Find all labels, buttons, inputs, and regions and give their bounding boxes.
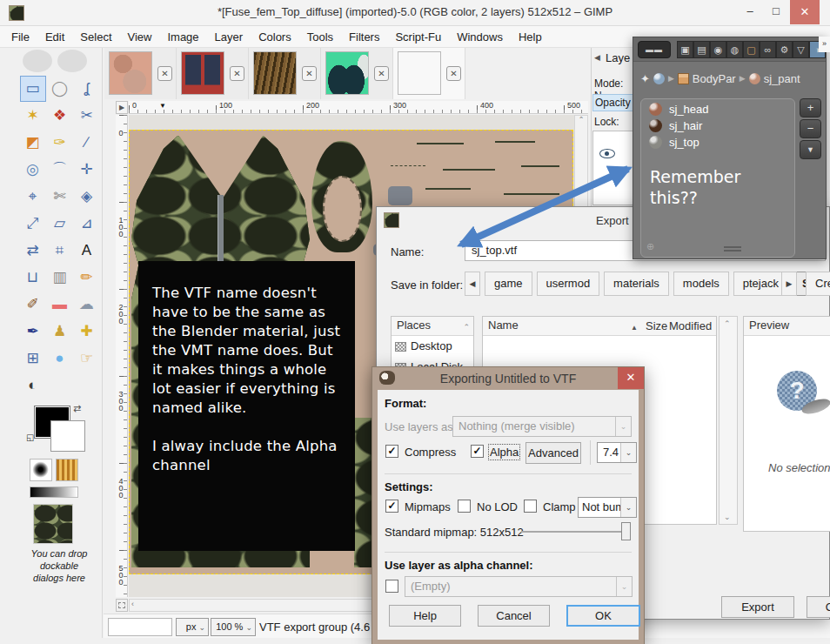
align-tool[interactable]: ⌖ xyxy=(20,184,46,210)
free-select-tool[interactable]: ʆ xyxy=(74,76,100,102)
folder-crumb-button[interactable]: materials xyxy=(604,272,669,296)
no-lod-checkbox[interactable] xyxy=(458,500,471,513)
folder-crumb-button[interactable]: models xyxy=(673,272,729,296)
render-layers-icon[interactable]: ▤ xyxy=(693,41,710,58)
slot-menu-button[interactable]: ▼ xyxy=(800,140,821,159)
clamp-checkbox[interactable] xyxy=(524,500,537,513)
menu-item[interactable]: Layer xyxy=(207,29,251,45)
menu-item[interactable]: Colors xyxy=(251,29,299,45)
eraser-tool[interactable]: ▬ xyxy=(47,292,73,318)
zoom-tool[interactable]: ◎ xyxy=(20,157,46,183)
maximize-button[interactable]: □ xyxy=(764,2,788,23)
scroll-up-icon[interactable]: ⌃ xyxy=(724,319,731,328)
path-pager-right-button[interactable]: ▶ xyxy=(781,272,797,296)
compress-label[interactable]: Compress xyxy=(405,446,456,459)
tab-close-icon[interactable]: ✕ xyxy=(157,66,172,81)
top-texture-tab[interactable]: ✕ xyxy=(393,48,465,99)
constraints-icon[interactable]: ∞ xyxy=(760,41,776,58)
places-header[interactable]: Places⌃ xyxy=(392,317,473,336)
gradient-preview[interactable] xyxy=(30,486,78,498)
mipmap-slider-track[interactable] xyxy=(521,531,627,533)
brush-preview[interactable] xyxy=(30,459,52,481)
select-by-color-tool[interactable]: ❖ xyxy=(47,103,73,129)
paintbrush-tool[interactable]: ✐ xyxy=(20,292,46,318)
menu-item[interactable]: Select xyxy=(72,29,119,45)
horizontal-ruler[interactable]: 0100200300400500 xyxy=(129,101,588,114)
vtf-cancel-button[interactable]: Cancel xyxy=(478,605,550,627)
menu-item[interactable]: Help xyxy=(511,29,550,45)
file-list-header[interactable]: Name ▲ Size Modified xyxy=(483,317,716,336)
clone-tool[interactable]: ♟ xyxy=(47,319,73,345)
pants-texture-tab[interactable]: ✕ xyxy=(177,48,249,99)
compress-checkbox[interactable] xyxy=(385,445,398,458)
eyes-texture-tab[interactable]: ✕ xyxy=(321,48,393,99)
object-name[interactable]: BodyPar xyxy=(693,72,736,85)
remove-slot-button[interactable]: − xyxy=(800,119,821,138)
name-column-header[interactable]: Name xyxy=(488,319,519,332)
color-picker-tool[interactable]: ∕ xyxy=(74,130,100,156)
rotate-tool[interactable]: ◈ xyxy=(74,184,100,210)
gradient-tool[interactable]: ▥ xyxy=(47,265,73,291)
help-button[interactable]: Help xyxy=(389,605,461,627)
layer-opacity-label[interactable]: Opacity xyxy=(592,94,633,111)
airbrush-tool[interactable]: ☁ xyxy=(74,292,100,318)
world-icon[interactable]: ◍ xyxy=(726,41,743,58)
ink-tool[interactable]: ✒ xyxy=(20,319,46,345)
zoom-select[interactable]: 100 % ⌄ xyxy=(211,618,256,636)
ruler-corner-button[interactable]: ▶ xyxy=(116,101,128,114)
folder-crumb-button[interactable]: usermod xyxy=(537,272,600,296)
menu-item[interactable]: View xyxy=(120,29,160,45)
ok-button[interactable]: OK xyxy=(566,605,640,627)
data-icon[interactable]: ▽ xyxy=(793,41,809,58)
place-item[interactable]: Desktop xyxy=(392,336,473,357)
ellipse-select-tool[interactable]: ◯ xyxy=(47,76,73,102)
folder-crumb-button[interactable]: game xyxy=(485,272,532,296)
blur-sharpen-tool[interactable]: ● xyxy=(47,345,73,372)
size-column-header[interactable]: Size xyxy=(646,318,667,335)
modified-column-header[interactable]: Modified xyxy=(669,318,712,335)
titlebar[interactable]: *[Fuse_fem_Top_diffuse] (imported)-5.0 (… xyxy=(0,0,830,26)
export-cancel-button[interactable]: Cancel xyxy=(807,596,830,618)
menu-item[interactable]: Tools xyxy=(299,29,341,45)
scroll-down-icon[interactable]: ⌄ xyxy=(724,513,731,521)
minimize-button[interactable]: – xyxy=(738,2,762,23)
smudge-tool[interactable]: ☞ xyxy=(74,345,100,372)
foreground-select-tool[interactable]: ◩ xyxy=(20,130,46,156)
perspective-clone-tool[interactable]: ⊞ xyxy=(20,345,46,372)
hair-texture-tab[interactable]: ✕ xyxy=(249,48,321,99)
background-color-swatch[interactable] xyxy=(50,420,85,452)
advanced-button[interactable]: Advanced xyxy=(525,442,581,464)
scissors-select-tool[interactable]: ✂ xyxy=(74,103,100,129)
paths-tool[interactable]: ✑ xyxy=(47,130,73,156)
no-lod-label[interactable]: No LOD xyxy=(477,500,518,513)
unit-select[interactable]: px ⌄ xyxy=(176,618,209,636)
fuzzy-select-tool[interactable]: ✶ xyxy=(20,103,46,129)
mipmaps-label[interactable]: Mipmaps xyxy=(405,500,451,513)
menu-item[interactable]: Windows xyxy=(449,29,511,45)
create-folder-button[interactable]: Create Folder xyxy=(806,272,830,296)
resize-grip-icon[interactable] xyxy=(724,246,741,252)
crop-tool[interactable]: ✄ xyxy=(47,184,73,210)
dock-pager-icon[interactable]: ◀ xyxy=(594,53,600,62)
mipmap-slider-thumb[interactable] xyxy=(621,522,631,540)
flip-tool[interactable]: ⇄ xyxy=(20,238,46,264)
pencil-tool[interactable]: ✏ xyxy=(74,265,100,291)
alpha-checkbox[interactable] xyxy=(471,445,484,458)
layers-tab-label[interactable]: Laye xyxy=(606,51,630,64)
measure-tool[interactable]: ⌒ xyxy=(47,157,73,183)
path-pager-left-button[interactable]: ◀ xyxy=(465,272,480,296)
material-slot-item[interactable]: sj_head xyxy=(641,99,794,116)
vertical-ruler[interactable]: 0100200300400500 xyxy=(116,115,128,597)
render-icon[interactable]: ▣ xyxy=(677,41,693,58)
modifiers-icon[interactable]: ⚙ xyxy=(776,41,793,58)
material-name[interactable]: sj_pant xyxy=(764,72,800,85)
material-slot-item[interactable]: sj_hair xyxy=(641,116,794,132)
tab-close-icon[interactable]: ✕ xyxy=(446,66,461,81)
clamp-label[interactable]: Clamp xyxy=(543,500,576,513)
skin-texture-tab[interactable]: ✕ xyxy=(104,48,177,99)
scale-tool[interactable]: ⤢ xyxy=(20,211,46,237)
menu-item[interactable]: Filters xyxy=(341,29,387,45)
move-tool[interactable]: ✛ xyxy=(74,157,100,183)
heal-tool[interactable]: ✚ xyxy=(74,319,100,345)
file-list-scrollbar[interactable]: ⌃ ⌄ xyxy=(719,316,738,525)
